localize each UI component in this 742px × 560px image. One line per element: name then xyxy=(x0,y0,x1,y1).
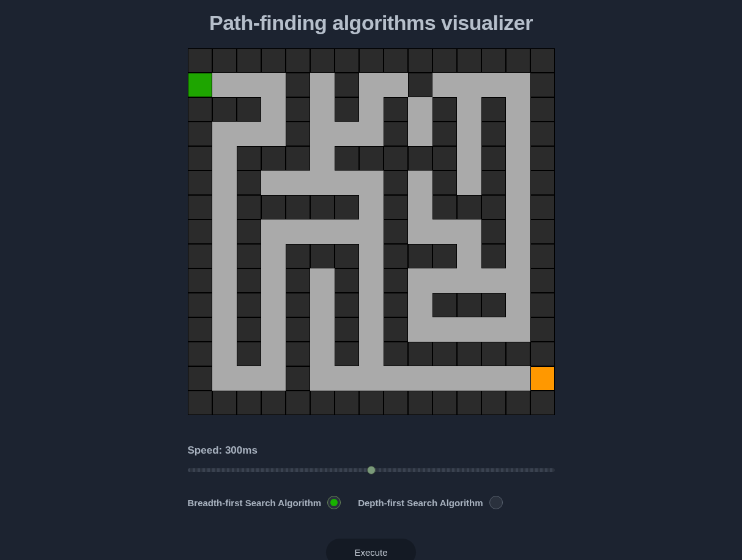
grid-cell[interactable] xyxy=(188,122,212,146)
grid-cell[interactable] xyxy=(481,268,506,293)
grid-cell[interactable] xyxy=(481,48,506,73)
grid-cell[interactable] xyxy=(335,195,359,219)
grid-cell[interactable] xyxy=(261,122,286,146)
algo-radio-bfs[interactable]: Breadth-first Search Algorithm xyxy=(188,496,341,509)
grid-cell[interactable] xyxy=(384,293,408,317)
grid-cell[interactable] xyxy=(384,146,408,171)
grid-cell[interactable] xyxy=(335,268,359,293)
grid-cell[interactable] xyxy=(530,73,555,97)
radio-indicator[interactable] xyxy=(327,496,341,509)
grid-cell[interactable] xyxy=(188,317,212,342)
grid-cell[interactable] xyxy=(310,268,335,293)
speed-slider[interactable] xyxy=(188,464,555,476)
grid-cell[interactable] xyxy=(261,366,286,391)
grid-cell[interactable] xyxy=(359,268,384,293)
grid-cell[interactable] xyxy=(237,366,261,391)
grid-cell[interactable] xyxy=(286,97,310,122)
grid-cell[interactable] xyxy=(261,268,286,293)
grid-cell[interactable] xyxy=(481,73,506,97)
grid-cell[interactable] xyxy=(408,195,432,219)
grid-cell[interactable] xyxy=(506,342,530,366)
grid-cell[interactable] xyxy=(408,317,432,342)
grid-cell[interactable] xyxy=(432,146,457,171)
grid-cell[interactable] xyxy=(530,122,555,146)
grid-cell[interactable] xyxy=(432,268,457,293)
grid-cell[interactable] xyxy=(286,391,310,415)
grid-cell[interactable] xyxy=(384,317,408,342)
grid-cell[interactable] xyxy=(212,268,237,293)
grid-cell[interactable] xyxy=(237,391,261,415)
grid-cell[interactable] xyxy=(359,293,384,317)
grid-cell[interactable] xyxy=(457,195,481,219)
grid-cell[interactable] xyxy=(212,146,237,171)
execute-button[interactable]: Execute xyxy=(326,539,415,560)
grid-cell[interactable] xyxy=(359,317,384,342)
grid-cell[interactable] xyxy=(384,48,408,73)
grid-cell[interactable] xyxy=(212,122,237,146)
grid-cell[interactable] xyxy=(359,97,384,122)
grid-cell[interactable] xyxy=(188,73,212,97)
grid-cell[interactable] xyxy=(359,391,384,415)
grid-cell[interactable] xyxy=(408,48,432,73)
grid-cell[interactable] xyxy=(212,293,237,317)
grid-cell[interactable] xyxy=(188,342,212,366)
grid-cell[interactable] xyxy=(261,219,286,244)
grid-cell[interactable] xyxy=(335,73,359,97)
grid-cell[interactable] xyxy=(506,171,530,195)
grid-cell[interactable] xyxy=(457,244,481,268)
grid-cell[interactable] xyxy=(261,73,286,97)
grid-cell[interactable] xyxy=(384,195,408,219)
grid-cell[interactable] xyxy=(212,73,237,97)
grid-cell[interactable] xyxy=(530,366,555,391)
grid-cell[interactable] xyxy=(188,268,212,293)
algo-radio-dfs[interactable]: Depth-first Search Algorithm xyxy=(358,496,502,509)
grid-cell[interactable] xyxy=(530,97,555,122)
grid-cell[interactable] xyxy=(212,195,237,219)
grid-cell[interactable] xyxy=(359,122,384,146)
grid-cell[interactable] xyxy=(432,195,457,219)
grid-cell[interactable] xyxy=(432,171,457,195)
grid-cell[interactable] xyxy=(457,48,481,73)
grid-cell[interactable] xyxy=(335,48,359,73)
grid-cell[interactable] xyxy=(506,48,530,73)
grid-cell[interactable] xyxy=(261,244,286,268)
grid-cell[interactable] xyxy=(506,97,530,122)
grid-cell[interactable] xyxy=(310,317,335,342)
grid-cell[interactable] xyxy=(310,48,335,73)
grid-cell[interactable] xyxy=(310,73,335,97)
grid-cell[interactable] xyxy=(384,342,408,366)
grid-cell[interactable] xyxy=(506,219,530,244)
grid-cell[interactable] xyxy=(310,195,335,219)
grid-cell[interactable] xyxy=(261,342,286,366)
grid-cell[interactable] xyxy=(237,97,261,122)
grid-cell[interactable] xyxy=(481,391,506,415)
grid-cell[interactable] xyxy=(432,293,457,317)
grid-cell[interactable] xyxy=(286,171,310,195)
grid-cell[interactable] xyxy=(188,391,212,415)
grid-cell[interactable] xyxy=(530,268,555,293)
grid-cell[interactable] xyxy=(506,73,530,97)
grid-cell[interactable] xyxy=(530,195,555,219)
grid-cell[interactable] xyxy=(432,73,457,97)
grid-cell[interactable] xyxy=(506,268,530,293)
grid-cell[interactable] xyxy=(335,171,359,195)
grid-cell[interactable] xyxy=(286,366,310,391)
grid-cell[interactable] xyxy=(286,244,310,268)
grid-cell[interactable] xyxy=(481,122,506,146)
grid-cell[interactable] xyxy=(506,122,530,146)
grid-cell[interactable] xyxy=(212,391,237,415)
grid-cell[interactable] xyxy=(335,146,359,171)
grid-cell[interactable] xyxy=(310,366,335,391)
grid-cell[interactable] xyxy=(530,391,555,415)
grid-cell[interactable] xyxy=(237,146,261,171)
grid-cell[interactable] xyxy=(530,219,555,244)
grid-cell[interactable] xyxy=(188,97,212,122)
grid-cell[interactable] xyxy=(237,342,261,366)
grid-cell[interactable] xyxy=(530,317,555,342)
grid-cell[interactable] xyxy=(261,146,286,171)
grid-cell[interactable] xyxy=(359,73,384,97)
grid-cell[interactable] xyxy=(212,171,237,195)
grid-cell[interactable] xyxy=(408,97,432,122)
grid-cell[interactable] xyxy=(408,293,432,317)
grid-cell[interactable] xyxy=(310,122,335,146)
